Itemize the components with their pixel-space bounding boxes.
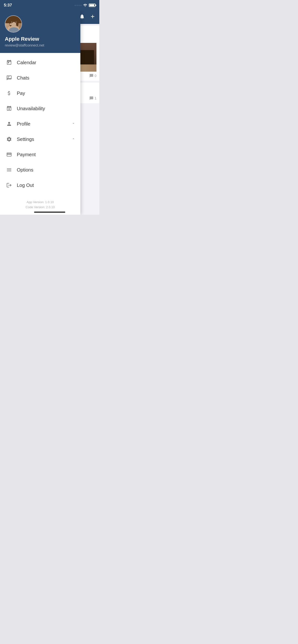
payment-label: Payment [17,152,76,158]
sidebar-header: Apple Review review@staffconnect.net [0,10,80,53]
options-icon [5,167,14,173]
chats-icon [5,75,14,81]
svg-rect-2 [13,26,15,27]
sidebar-item-chats[interactable]: Chats [0,70,80,86]
unavailability-icon [5,106,14,112]
svg-rect-11 [8,78,9,78]
svg-point-3 [9,27,19,32]
home-indicator [34,212,65,213]
battery-icon [89,4,95,7]
profile-chevron-down-icon [71,121,76,126]
sidebar-drawer: Apple Review review@staffconnect.net Cal… [0,10,80,215]
svg-rect-10 [8,76,10,77]
main-container: fice today!v and excitingnth! 0 ubmitted… [0,10,99,215]
profile-label: Profile [17,121,71,127]
pay-label: Pay [17,90,76,96]
calendar-icon [5,60,14,66]
sidebar-item-settings[interactable]: Settings [0,132,80,147]
right-card-comment-count-1: 0 [95,74,96,78]
sidebar-user-email: review@staffconnect.net [5,43,76,47]
pay-icon [5,90,14,96]
sidebar-menu: Calendar Chats [0,53,80,195]
options-label: Options [17,167,76,173]
chats-label: Chats [17,75,76,81]
add-icon[interactable] [90,14,95,21]
signal-dots-icon [75,5,82,6]
svg-point-8 [15,22,16,23]
settings-chevron-up-icon [71,136,76,142]
app-version-text: App Version: 1.0.10 Code Version: 2.0.10 [5,200,76,210]
svg-point-6 [10,17,18,22]
payment-icon [5,152,14,158]
sidebar-item-calendar[interactable]: Calendar [0,55,80,70]
sidebar-item-pay[interactable]: Pay [0,86,80,101]
settings-icon [5,136,14,142]
sidebar-user-name: Apple Review [5,36,76,42]
settings-label: Settings [17,136,71,142]
logout-label: Log Out [17,182,76,188]
status-bar: 5:37 [0,0,99,10]
sidebar-item-profile[interactable]: Profile [0,116,80,132]
calendar-label: Calendar [17,60,76,66]
right-card-comment-count-2: 1 [95,96,96,100]
unavailability-label: Unavailability [17,106,76,112]
logout-icon [5,182,14,188]
avatar [5,15,22,32]
sidebar-item-logout[interactable]: Log Out [0,178,80,193]
status-time: 5:37 [4,3,12,8]
wifi-icon [83,3,87,8]
svg-point-7 [12,22,13,23]
sidebar-item-options[interactable]: Options [0,162,80,178]
profile-icon [5,121,14,127]
status-icons [75,3,95,8]
svg-point-5 [16,20,19,26]
avatar-image [5,16,22,32]
sidebar-item-payment[interactable]: Payment [0,147,80,162]
sidebar-item-unavailability[interactable]: Unavailability [0,101,80,116]
